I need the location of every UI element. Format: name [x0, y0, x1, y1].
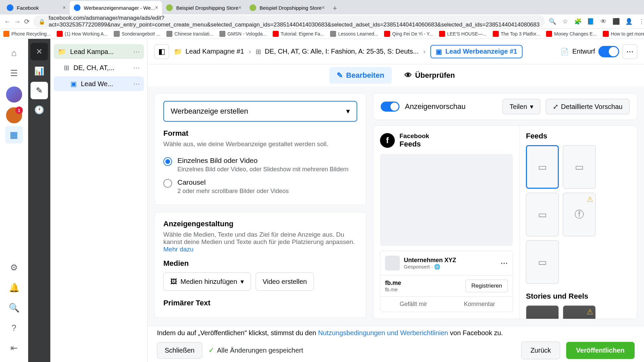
edit-icon[interactable]: ✎ [31, 82, 48, 99]
tab-edit[interactable]: ✎Bearbeiten [329, 67, 392, 84]
create-ad-dropdown[interactable]: Werbeanzeige erstellen▾ [163, 101, 357, 122]
more-icon[interactable]: ⋯ [500, 259, 508, 267]
extension-icon[interactable]: 🧩 [574, 17, 582, 25]
like-button[interactable]: Gefällt mir [380, 297, 446, 312]
format-carousel[interactable]: Carousel 2 oder mehr scrollbare Bilder o… [163, 176, 357, 197]
create-video-button[interactable]: Video erstellen [256, 273, 314, 291]
back-button[interactable]: ← [4, 17, 11, 26]
help-icon[interactable]: ? [5, 319, 23, 337]
home-icon[interactable]: ⌂ [5, 44, 23, 62]
settings-icon[interactable]: ⚙ [5, 259, 23, 276]
status-label: Entwurf [572, 48, 595, 55]
preview-toggle[interactable] [381, 102, 399, 112]
cookie-icon[interactable]: 1 [6, 107, 22, 123]
bookmarks-bar: Phone Recycling... (1) How Working A... … [0, 29, 644, 39]
bookmark[interactable]: LEE'S HOUSE—... [439, 31, 487, 37]
new-tab-button[interactable]: + [329, 2, 341, 14]
share-button[interactable]: Teilen▾ [502, 99, 540, 114]
browser-tab[interactable]: Facebook× [3, 1, 70, 14]
search-icon[interactable]: 🔍 [5, 299, 23, 316]
placement-story-card[interactable]: ▭ [526, 305, 559, 319]
close-icon[interactable]: × [238, 5, 241, 11]
avatar[interactable] [6, 86, 22, 103]
bookmark[interactable]: GMSN - Vologda... [219, 31, 267, 37]
bookmark[interactable]: Money Changes E... [546, 31, 597, 37]
bookmark-favicon [330, 31, 336, 37]
close-icon[interactable]: × [155, 5, 158, 11]
more-icon[interactable]: ⋯ [133, 64, 140, 72]
cta-button[interactable]: Registrieren [466, 280, 508, 292]
bookmark[interactable]: How to get more v... [603, 31, 644, 37]
notifications-icon[interactable]: 🔔 [5, 279, 23, 296]
bookmark[interactable]: The Top 3 Platfor... [493, 31, 540, 37]
tab-review[interactable]: 👁Überprüfen [397, 67, 463, 84]
star-icon[interactable]: ☆ [561, 17, 569, 25]
chart-icon[interactable]: 📊 [31, 62, 48, 80]
extension-icon[interactable]: 👁 [599, 17, 607, 25]
history-icon[interactable]: 🕐 [31, 101, 48, 119]
profile-icon[interactable]: 👤 [625, 17, 633, 25]
learn-more-link[interactable]: Mehr dazu [163, 246, 194, 253]
breadcrumb-campaign[interactable]: 📁Lead Kampagne #1 [174, 48, 244, 56]
close-button[interactable]: Schließen [157, 342, 202, 359]
menu-icon[interactable]: ⋮ [638, 17, 644, 25]
placement-card[interactable]: ▭ [526, 240, 559, 284]
add-media-button[interactable]: 🖼Medien hinzufügen▾ [163, 273, 251, 291]
breadcrumb-ad[interactable]: ▣Lead Werbeanzeige #1 [430, 45, 523, 58]
menu-icon[interactable]: ☰ [5, 64, 23, 82]
placement-label: Feeds [399, 140, 429, 148]
tab-title: Beispiel Dropshipping Store [260, 5, 322, 11]
forward-button[interactable]: → [14, 17, 21, 26]
preview-body: f Facebook Feeds Unternehmen XYZ [373, 125, 637, 319]
back-button[interactable]: Zurück [521, 342, 560, 359]
more-icon[interactable]: ⋯ [133, 48, 140, 56]
pencil-icon: ✎ [337, 71, 343, 80]
more-icon[interactable]: ⋯ [623, 44, 637, 59]
bookmark[interactable]: Chinese translati... [166, 31, 213, 37]
tree-label: Lead We... [81, 80, 113, 88]
close-icon[interactable]: × [322, 5, 325, 11]
url-field[interactable]: 🔒facebook.com/adsmanager/manage/ads/edit… [33, 15, 545, 27]
placement-card[interactable]: ▭ [526, 145, 559, 189]
bookmark-label: How to get more v... [611, 31, 644, 37]
publish-button[interactable]: Veröffentlichen [566, 342, 635, 359]
placement-card[interactable]: ▭ [563, 145, 596, 189]
browser-tab[interactable]: Beispiel Dropshipping Store× [246, 1, 329, 14]
extension-icon[interactable]: 📘 [587, 17, 595, 25]
bookmark[interactable]: Sonderangebot! ... [114, 31, 160, 37]
placement-card[interactable]: ⚠ⓕ [563, 193, 596, 236]
preview-header: Anzeigenvorschau Teilen▾ ⤢Detaillierte V… [373, 93, 637, 120]
browser-tab[interactable]: Beispiel Dropshipping Store× [162, 1, 245, 14]
ads-manager-icon[interactable]: ▦ [5, 126, 23, 143]
comment-button[interactable]: Kommentar [446, 297, 513, 312]
tree-campaign[interactable]: 📁Lead Kampa...⋯ [54, 44, 144, 59]
more-icon[interactable]: ⋯ [133, 80, 140, 88]
sidebar-toggle-icon[interactable]: ◧ [154, 44, 169, 59]
placement-card[interactable]: ▭ [526, 193, 559, 236]
close-icon[interactable]: × [63, 5, 66, 11]
bookmark[interactable]: Lessons Learned... [330, 31, 378, 37]
publish-toggle[interactable] [598, 46, 619, 57]
bookmark[interactable]: Tutorial: Eigene Fa... [273, 31, 324, 37]
detailed-preview-button[interactable]: ⤢Detaillierte Vorschau [546, 99, 630, 114]
lock-icon: 🔒 [39, 18, 45, 25]
bookmark[interactable]: (1) How Working A... [57, 31, 108, 37]
search-icon[interactable]: 🔍 [548, 17, 556, 25]
tree-adset[interactable]: ⊞DE, CH, AT,...⋯ [54, 60, 144, 75]
collapse-icon[interactable]: ⇤ [5, 339, 23, 357]
grid-icon: ⊞ [256, 48, 261, 56]
crumb-label: Lead Werbeanzeige #1 [445, 48, 517, 55]
browser-tab-active[interactable]: Werbeanzeigenmanager - We...× [70, 1, 162, 14]
reload-button[interactable]: ⟳ [24, 17, 30, 26]
bookmark-label: Tutorial: Eigene Fa... [281, 31, 324, 37]
breadcrumb-adset[interactable]: ⊞DE, CH, AT, G: Alle, I: Fashion, A: 25-… [256, 48, 419, 56]
bookmark[interactable]: Phone Recycling... [3, 31, 51, 37]
placement-story-card[interactable]: ⚠ⓕ [563, 305, 596, 319]
topbar: ◧ 📁Lead Kampagne #1 › ⊞DE, CH, AT, G: Al… [148, 39, 644, 64]
extension-icon[interactable]: ⬛ [612, 17, 620, 25]
format-single[interactable]: Einzelnes Bild oder Video Einzelnes Bild… [163, 154, 357, 176]
tree-ad[interactable]: ▣Lead We...⋯ [54, 76, 144, 91]
terms-link[interactable]: Nutzungsbedingungen und Werberichtlinien [318, 329, 448, 337]
close-icon[interactable]: ✕ [31, 43, 48, 60]
bookmark[interactable]: Qing Fei De Yi - Y... [384, 31, 433, 37]
